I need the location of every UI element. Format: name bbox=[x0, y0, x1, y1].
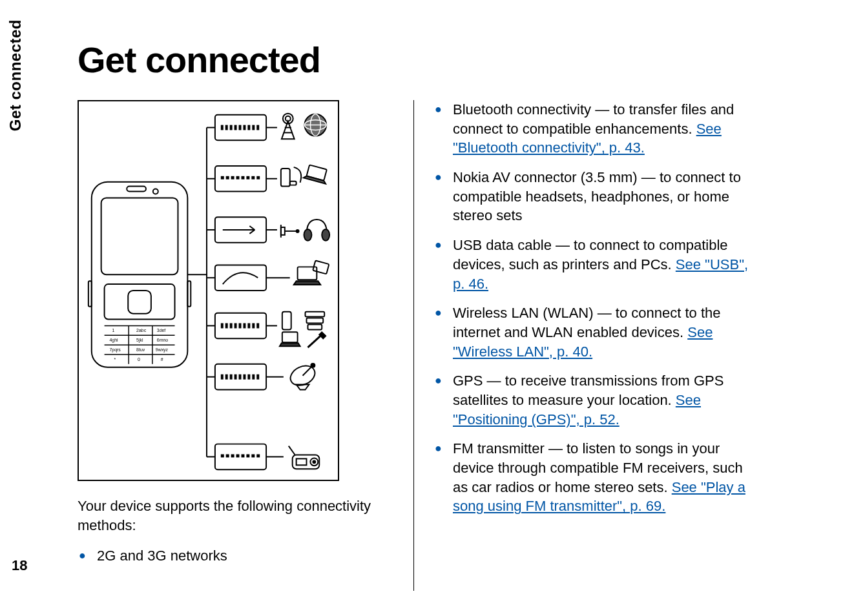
svg-rect-80 bbox=[225, 323, 228, 328]
bullet-list-right: Bluetooth connectivity — to transfer fil… bbox=[433, 100, 750, 516]
svg-rect-102 bbox=[247, 375, 250, 380]
svg-rect-92 bbox=[306, 318, 323, 323]
column-right: Bluetooth connectivity — to transfer fil… bbox=[433, 100, 769, 591]
svg-rect-103 bbox=[252, 375, 255, 380]
svg-rect-50 bbox=[221, 176, 224, 180]
list-item-text: Nokia AV connector (3.5 mm) — to connect… bbox=[453, 169, 741, 223]
svg-rect-86 bbox=[252, 323, 255, 328]
svg-rect-33 bbox=[234, 125, 237, 130]
svg-rect-36 bbox=[247, 125, 250, 130]
list-item: 2G and 3G networks bbox=[78, 546, 394, 566]
list-item: USB data cable — to connect to compatibl… bbox=[433, 236, 750, 293]
svg-rect-101 bbox=[243, 375, 245, 380]
svg-text:4ghi: 4ghi bbox=[110, 338, 119, 343]
svg-rect-60 bbox=[290, 181, 297, 185]
svg-rect-52 bbox=[231, 176, 234, 180]
svg-rect-87 bbox=[256, 323, 259, 328]
svg-rect-30 bbox=[221, 125, 224, 130]
svg-text:#: # bbox=[161, 357, 163, 362]
list-item-text: Wireless LAN (WLAN) — to connect to the … bbox=[453, 305, 720, 340]
svg-rect-113 bbox=[231, 454, 234, 457]
svg-rect-56 bbox=[251, 176, 255, 180]
page-number: 18 bbox=[12, 557, 27, 574]
svg-rect-34 bbox=[239, 125, 242, 130]
svg-rect-123 bbox=[297, 458, 307, 465]
svg-rect-82 bbox=[234, 323, 237, 328]
list-item: FM transmitter — to listen to songs in y… bbox=[433, 439, 750, 516]
svg-text:*: * bbox=[114, 357, 116, 362]
svg-rect-111 bbox=[221, 454, 224, 457]
svg-text:3def: 3def bbox=[157, 328, 166, 333]
section-tab: Get connected bbox=[6, 19, 25, 131]
svg-rect-31 bbox=[225, 125, 228, 130]
svg-rect-51 bbox=[226, 176, 229, 180]
svg-rect-97 bbox=[225, 375, 228, 380]
svg-rect-91 bbox=[306, 312, 325, 317]
document-page: Get connected 18 Get connected bbox=[0, 0, 854, 616]
svg-rect-112 bbox=[226, 454, 229, 457]
list-item: Wireless LAN (WLAN) — to connect to the … bbox=[433, 303, 750, 361]
svg-text:2abc: 2abc bbox=[136, 328, 147, 333]
svg-rect-24 bbox=[187, 281, 191, 307]
svg-rect-55 bbox=[246, 176, 249, 180]
svg-rect-53 bbox=[236, 176, 240, 180]
svg-rect-116 bbox=[246, 454, 249, 457]
svg-rect-35 bbox=[243, 125, 245, 130]
list-item-text: Bluetooth connectivity — to transfer fil… bbox=[453, 101, 734, 137]
svg-rect-2 bbox=[127, 187, 146, 192]
svg-point-122 bbox=[313, 460, 315, 463]
svg-rect-100 bbox=[239, 375, 242, 380]
svg-rect-59 bbox=[281, 169, 290, 187]
list-item-text: 2G and 3G networks bbox=[97, 548, 227, 564]
svg-rect-89 bbox=[282, 312, 291, 330]
svg-point-69 bbox=[297, 230, 299, 232]
svg-rect-73 bbox=[215, 265, 266, 291]
svg-point-71 bbox=[322, 229, 329, 241]
svg-text:0: 0 bbox=[138, 357, 140, 362]
svg-text:6mno: 6mno bbox=[157, 338, 168, 342]
svg-text:8tuv: 8tuv bbox=[136, 347, 145, 352]
svg-rect-98 bbox=[230, 375, 233, 380]
list-item: GPS — to receive transmissions from GPS … bbox=[433, 371, 750, 429]
svg-point-25 bbox=[153, 189, 158, 194]
svg-rect-118 bbox=[256, 454, 260, 457]
svg-rect-37 bbox=[252, 125, 255, 130]
diagram-svg: 12abc3def 4ghi5jkl6mno 7pqrs8tuv9wxyz *0… bbox=[79, 101, 338, 480]
svg-text:1: 1 bbox=[112, 328, 114, 333]
column-divider bbox=[413, 100, 414, 591]
svg-rect-104 bbox=[256, 375, 259, 380]
svg-rect-79 bbox=[221, 323, 224, 328]
svg-text:7pqrs: 7pqrs bbox=[110, 347, 121, 353]
svg-rect-81 bbox=[230, 323, 233, 328]
svg-rect-1 bbox=[101, 198, 178, 274]
svg-rect-117 bbox=[251, 454, 255, 457]
bullet-list-left: 2G and 3G networks bbox=[78, 546, 394, 566]
svg-text:5jkl: 5jkl bbox=[136, 338, 143, 343]
svg-point-70 bbox=[304, 229, 312, 241]
page-title: Get connected bbox=[78, 39, 822, 81]
intro-text: Your device supports the following conne… bbox=[78, 497, 394, 535]
svg-rect-114 bbox=[236, 454, 240, 457]
svg-rect-67 bbox=[281, 227, 285, 235]
svg-line-124 bbox=[289, 446, 295, 455]
svg-rect-23 bbox=[89, 281, 92, 307]
list-item: Bluetooth connectivity — to transfer fil… bbox=[433, 100, 750, 158]
svg-rect-85 bbox=[247, 323, 250, 328]
svg-rect-57 bbox=[256, 176, 260, 180]
svg-rect-38 bbox=[256, 125, 259, 130]
connectivity-diagram: 12abc3def 4ghi5jkl6mno 7pqrs8tuv9wxyz *0… bbox=[78, 100, 339, 481]
svg-rect-84 bbox=[243, 323, 245, 328]
svg-line-107 bbox=[303, 367, 312, 376]
svg-text:9wxyz: 9wxyz bbox=[156, 347, 169, 353]
column-left: 12abc3def 4ghi5jkl6mno 7pqrs8tuv9wxyz *0… bbox=[78, 100, 413, 591]
svg-rect-90 bbox=[282, 332, 298, 342]
svg-rect-83 bbox=[239, 323, 242, 328]
svg-point-108 bbox=[311, 364, 315, 367]
svg-rect-4 bbox=[128, 291, 151, 314]
svg-rect-93 bbox=[307, 324, 322, 329]
svg-rect-96 bbox=[221, 375, 224, 380]
svg-rect-99 bbox=[234, 375, 237, 380]
svg-rect-32 bbox=[230, 125, 233, 130]
list-item: Nokia AV connector (3.5 mm) — to connect… bbox=[433, 168, 750, 225]
content-columns: 12abc3def 4ghi5jkl6mno 7pqrs8tuv9wxyz *0… bbox=[78, 100, 822, 591]
